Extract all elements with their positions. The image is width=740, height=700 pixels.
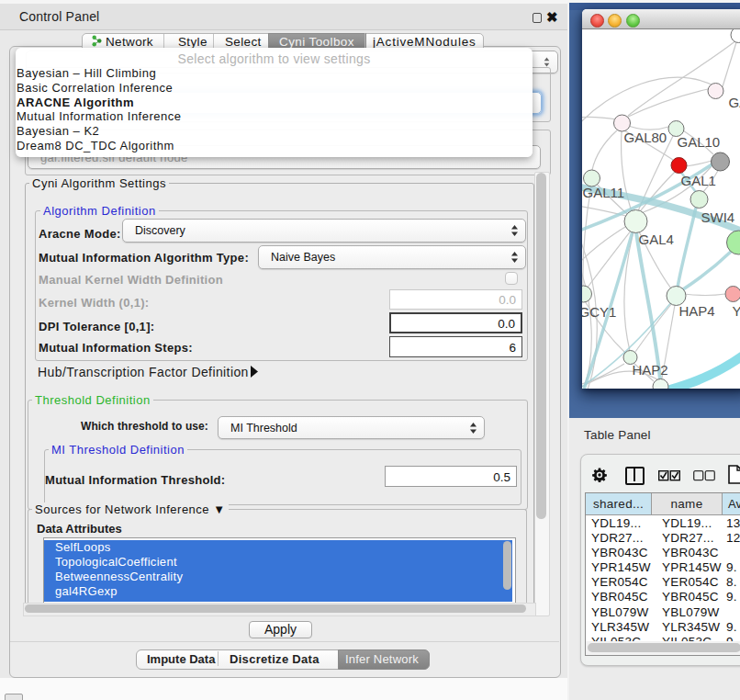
svg-text:SWI4: SWI4: [701, 209, 734, 225]
svg-text:GCY1: GCY1: [582, 304, 616, 320]
svg-text:GAL7: GAL7: [728, 95, 740, 110]
svg-text:Y: Y: [732, 303, 740, 319]
svg-text:GAL10: GAL10: [677, 134, 720, 150]
svg-text:GAL11: GAL11: [582, 185, 624, 200]
svg-text:GAL1: GAL1: [680, 173, 715, 188]
svg-text:HAP2: HAP2: [632, 362, 667, 378]
svg-text:GAL80: GAL80: [623, 130, 667, 145]
svg-text:HAP4: HAP4: [678, 303, 714, 319]
svg-text:GAL4: GAL4: [638, 231, 673, 247]
